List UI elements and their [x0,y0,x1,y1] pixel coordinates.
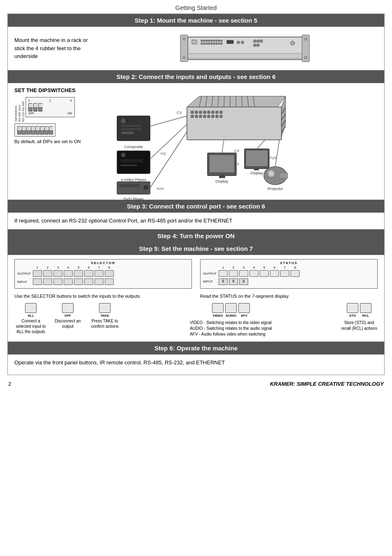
status-output-btns [219,270,300,277]
display2-label: Display [250,171,263,175]
afv-button[interactable] [238,303,250,313]
page-number: 2 [8,381,11,387]
take-btn-label: TAKE [100,314,109,317]
step5-captions: Use the SELECTOR buttons to switch the i… [14,293,378,299]
svg-point-70 [121,119,125,123]
in-btn-1[interactable] [33,278,42,285]
svg-rect-66 [212,115,214,118]
sto-btn-col: STO [347,303,358,317]
step5-panels: SELECTOR 1 2 3 4 5 6 7 8 [14,259,378,289]
in-btn-3[interactable] [53,278,62,285]
dip8-sw1 [17,126,21,134]
output-label: OUTPUT [17,272,32,276]
out-btn-1[interactable] [33,270,42,277]
svg-rect-61 [191,115,194,118]
in-btn-4[interactable] [64,278,73,285]
seg-disp-1: 8 [219,278,228,285]
audio-button[interactable] [225,303,237,313]
sout-btn-2 [229,270,238,277]
svg-rect-3 [203,40,205,42]
status-display-row: 8 8 8 [219,278,248,285]
col4: 4 [64,266,73,269]
in-btn-7[interactable] [95,278,104,285]
display2: Display [244,140,269,175]
selector-title: SELECTOR [91,261,115,265]
out-btn-7[interactable] [95,270,104,277]
audio-desc: AUDIO - Switching relates to the audio s… [190,326,272,331]
dip8-sw5 [35,126,39,134]
step3-description: If required, connect an RS-232 optional … [14,218,232,224]
svg-point-35 [304,56,307,59]
scol4: 4 [249,266,258,269]
svg-rect-6 [211,40,212,42]
status-input-label: INPUT [203,280,217,283]
yuv-label-left: YUV [156,187,164,191]
projector-label: Projector [267,186,283,191]
svg-rect-64 [203,115,206,118]
video-btn-col: VIDEO [212,303,224,317]
input-buttons [33,278,114,285]
sout-btn-8 [291,270,300,277]
col1: 1 [33,266,42,269]
status-output-row: OUTPUT [203,270,375,278]
step3-content: If required, connect an RS-232 optional … [8,213,384,229]
in-btn-8[interactable] [105,278,114,285]
rcl-button[interactable] [360,303,371,313]
all-button[interactable] [25,303,37,313]
off-button[interactable] [62,303,74,313]
in-btn-5[interactable] [74,278,83,285]
svg-rect-55 [199,111,202,114]
svg-rect-11 [201,43,203,44]
audio-btn-label: AUDIO [226,314,236,317]
seg-disp-2: 8 [229,278,238,285]
svg-rect-56 [203,111,206,114]
step5-content: SELECTOR 1 2 3 4 5 6 7 8 [8,255,384,342]
all-btn-desc: Connect a selected input to ALL the outp… [14,318,47,334]
status-panel: STATUS 1 2 3 4 5 6 7 8 OU [200,259,378,289]
display1: Display [208,140,236,183]
step3-header: Step 3: Connect the control port - see s… [8,200,384,213]
sout-btn-6 [270,270,279,277]
out-btn-4[interactable] [64,270,73,277]
svg-point-71 [126,120,129,122]
dip8-sw6 [40,126,44,134]
svg-line-84 [150,132,187,188]
svg-line-43 [224,96,224,107]
out-btn-8[interactable] [105,270,114,277]
in-btn-6[interactable] [84,278,93,285]
sto-button[interactable] [347,303,358,313]
out-btn-6[interactable] [84,270,93,277]
svg-rect-2 [201,40,203,42]
video-button[interactable] [212,303,224,313]
dip-numbers-3: 3 [70,99,72,102]
in-btn-2[interactable] [43,278,52,285]
svg-rect-27 [257,44,259,46]
out-btn-2[interactable] [43,270,52,277]
svg-rect-60 [220,111,222,114]
dip8-diagram [14,123,55,137]
input-label: INPUT [17,280,32,284]
svg-rect-86 [210,155,234,172]
svg-line-80 [150,124,187,159]
out-btn-5[interactable] [74,270,83,277]
svg-rect-67 [216,115,218,118]
col2: 2 [43,266,52,269]
dip-wrapper: Self Address RS-485 Term RS-232 RS-485 1… [14,95,88,122]
svg-rect-87 [219,176,225,178]
svg-rect-17 [216,43,217,44]
out-btn-3[interactable] [53,270,62,277]
off-btn-desc: Disconnect an output [51,318,84,329]
composite-label: Composite [124,144,143,149]
display1-label: Display [215,179,228,183]
svg-rect-14 [208,43,210,44]
svg-rect-15 [211,43,212,44]
all-btn-label: ALL [28,314,34,317]
sout-btn-1 [219,270,228,277]
vaf-btn-group: VIDEO AUDIO AFV VIDEO - Switching relate… [125,303,337,337]
selector-col-headers: 1 2 3 4 5 6 7 8 [17,266,189,269]
svg-rect-96 [279,173,288,178]
two-btns-sr: STO RCL [347,303,371,317]
svg-point-95 [269,171,274,176]
take-button[interactable] [99,303,111,313]
step5-header: Step 5: Set the machine - see section 7 [8,242,384,255]
